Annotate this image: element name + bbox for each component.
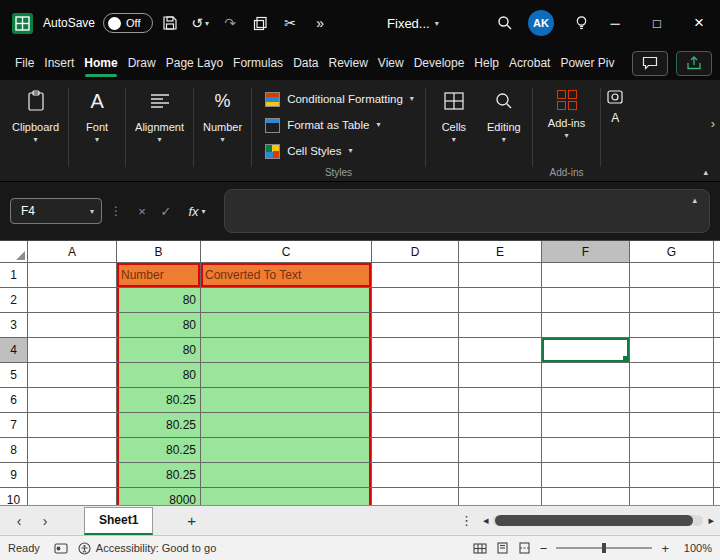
column-header-C[interactable]: C: [201, 241, 372, 263]
cell-C9[interactable]: [201, 463, 372, 488]
cell-partial-8[interactable]: [714, 438, 720, 463]
ribbon-tab-data[interactable]: Data: [288, 46, 323, 80]
expand-formula-bar-icon[interactable]: ▴: [692, 195, 697, 205]
copy-button[interactable]: [247, 9, 273, 37]
share-button[interactable]: [676, 51, 712, 76]
cell-B4[interactable]: 80: [117, 338, 201, 363]
cell-B9[interactable]: 80.25: [117, 463, 201, 488]
column-header-G[interactable]: G: [630, 241, 714, 263]
column-header-A[interactable]: A: [28, 241, 117, 263]
cell-partial-3[interactable]: [714, 313, 720, 338]
cell-G1[interactable]: [630, 263, 714, 288]
cut-button[interactable]: ✂: [277, 9, 303, 37]
ribbon-tab-file[interactable]: File: [10, 46, 39, 80]
cell-E4[interactable]: [459, 338, 542, 363]
cell-E7[interactable]: [459, 413, 542, 438]
zoom-in-button[interactable]: +: [661, 541, 669, 556]
cell-B7[interactable]: 80.25: [117, 413, 201, 438]
ribbon-scroll-right-icon[interactable]: ›: [711, 116, 715, 131]
cell-A1[interactable]: [28, 263, 117, 288]
cell-partial-4[interactable]: [714, 338, 720, 363]
row-header-1[interactable]: 1: [0, 263, 28, 288]
cell-A10[interactable]: [28, 488, 117, 505]
zoom-out-button[interactable]: −: [540, 541, 548, 556]
cell-partial-9[interactable]: [714, 463, 720, 488]
cell-A5[interactable]: [28, 363, 117, 388]
new-sheet-button[interactable]: +: [187, 512, 196, 529]
cell-D5[interactable]: [372, 363, 459, 388]
zoom-slider[interactable]: [556, 547, 652, 549]
search-button[interactable]: [492, 9, 518, 37]
column-header-partial[interactable]: [714, 241, 720, 263]
font-group-button[interactable]: A Font ▾: [72, 86, 122, 146]
cell-styles-button[interactable]: Cell Styles ▾: [265, 138, 414, 164]
row-header-3[interactable]: 3: [0, 313, 28, 338]
format-as-table-button[interactable]: Format as Table ▾: [265, 112, 414, 138]
cell-B5[interactable]: 80: [117, 363, 201, 388]
close-button[interactable]: ×: [678, 0, 720, 46]
cell-D1[interactable]: [372, 263, 459, 288]
cell-C8[interactable]: [201, 438, 372, 463]
cell-C2[interactable]: [201, 288, 372, 313]
cell-F3[interactable]: [542, 313, 630, 338]
sheet-nav-left-icon[interactable]: ‹: [6, 513, 32, 529]
cell-C5[interactable]: [201, 363, 372, 388]
cell-E8[interactable]: [459, 438, 542, 463]
cell-F4[interactable]: [542, 338, 630, 363]
select-all-button[interactable]: [0, 241, 28, 263]
cell-G8[interactable]: [630, 438, 714, 463]
cell-F1[interactable]: [542, 263, 630, 288]
cell-G5[interactable]: [630, 363, 714, 388]
cell-G2[interactable]: [630, 288, 714, 313]
account-avatar[interactable]: AK: [528, 10, 554, 36]
zoom-level-label[interactable]: 100%: [678, 542, 712, 554]
ribbon-partial-group-button[interactable]: A: [604, 86, 626, 127]
cell-E5[interactable]: [459, 363, 542, 388]
cell-F7[interactable]: [542, 413, 630, 438]
cell-C10[interactable]: [201, 488, 372, 505]
quick-access-overflow-button[interactable]: »: [307, 9, 333, 37]
cell-D6[interactable]: [372, 388, 459, 413]
collapse-ribbon-icon[interactable]: ▴: [703, 167, 708, 177]
cell-D10[interactable]: [372, 488, 459, 505]
ribbon-tab-help[interactable]: Help: [469, 46, 504, 80]
cancel-button[interactable]: ×: [130, 204, 154, 219]
cell-A6[interactable]: [28, 388, 117, 413]
cell-G3[interactable]: [630, 313, 714, 338]
cell-B3[interactable]: 80: [117, 313, 201, 338]
ribbon-tab-view[interactable]: View: [373, 46, 409, 80]
cell-B8[interactable]: 80.25: [117, 438, 201, 463]
alignment-group-button[interactable]: Alignment ▾: [129, 86, 190, 146]
sheet-tab-sheet1[interactable]: Sheet1: [84, 507, 153, 535]
ribbon-tab-formulas[interactable]: Formulas: [228, 46, 288, 80]
enter-button[interactable]: ✓: [154, 204, 178, 219]
cell-D9[interactable]: [372, 463, 459, 488]
conditional-formatting-button[interactable]: Conditional Formatting ▾: [265, 86, 414, 112]
row-header-5[interactable]: 5: [0, 363, 28, 388]
ribbon-tab-home[interactable]: Home: [79, 46, 122, 80]
ribbon-tab-insert[interactable]: Insert: [39, 46, 79, 80]
cell-F2[interactable]: [542, 288, 630, 313]
column-header-F[interactable]: F: [542, 241, 630, 263]
row-header-2[interactable]: 2: [0, 288, 28, 313]
cell-C4[interactable]: [201, 338, 372, 363]
row-header-9[interactable]: 9: [0, 463, 28, 488]
cell-C6[interactable]: [201, 388, 372, 413]
column-header-E[interactable]: E: [459, 241, 542, 263]
ribbon-tab-develope[interactable]: Develope: [409, 46, 470, 80]
horizontal-scroll-track[interactable]: [493, 515, 703, 526]
number-group-button[interactable]: % Number ▾: [197, 86, 248, 146]
cell-A7[interactable]: [28, 413, 117, 438]
insert-function-button[interactable]: fx ▾: [178, 204, 216, 219]
page-break-view-button[interactable]: [518, 542, 531, 554]
cell-C1[interactable]: Converted To Text: [201, 263, 372, 288]
cell-C3[interactable]: [201, 313, 372, 338]
cell-A3[interactable]: [28, 313, 117, 338]
cell-partial-2[interactable]: [714, 288, 720, 313]
cell-G6[interactable]: [630, 388, 714, 413]
row-header-6[interactable]: 6: [0, 388, 28, 413]
cell-partial-5[interactable]: [714, 363, 720, 388]
clipboard-group-button[interactable]: Clipboard ▾: [6, 86, 65, 146]
ribbon-tab-review[interactable]: Review: [323, 46, 372, 80]
row-header-7[interactable]: 7: [0, 413, 28, 438]
